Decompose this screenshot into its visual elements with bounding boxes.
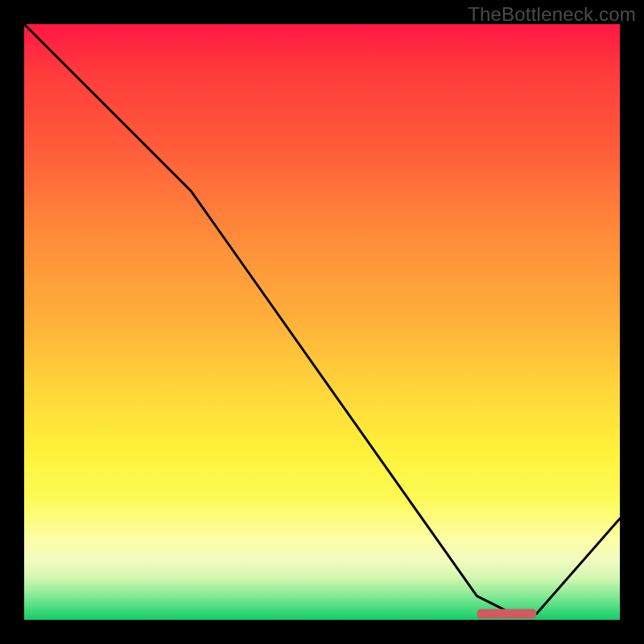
chart-svg — [24, 24, 620, 620]
optimal-band — [477, 609, 536, 619]
curve-line — [24, 24, 620, 614]
plot-area — [24, 24, 620, 620]
chart-frame: TheBottleneck.com — [0, 0, 644, 644]
watermark-text: TheBottleneck.com — [468, 3, 636, 26]
